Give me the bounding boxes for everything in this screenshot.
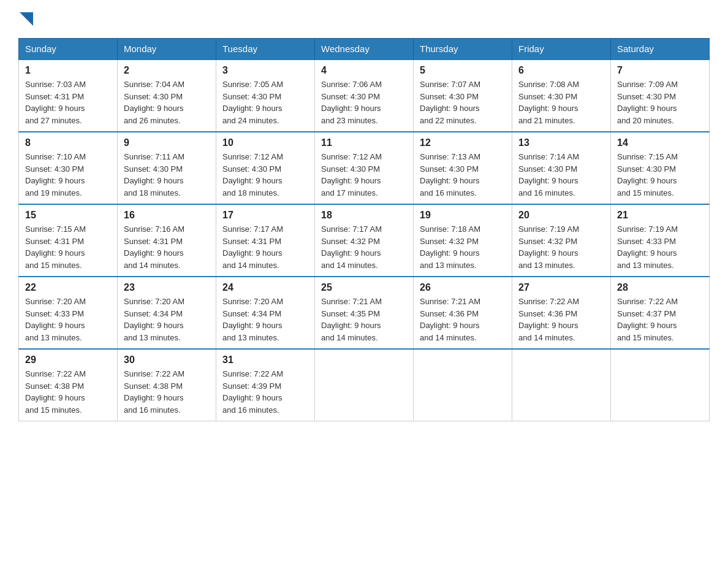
calendar-cell: 10 Sunrise: 7:12 AM Sunset: 4:30 PM Dayl… <box>216 132 315 204</box>
day-info: Sunrise: 7:22 AM Sunset: 4:37 PM Dayligh… <box>617 296 703 343</box>
header-day-sunday: Sunday <box>19 39 118 60</box>
day-number: 13 <box>518 137 604 148</box>
day-info: Sunrise: 7:15 AM Sunset: 4:30 PM Dayligh… <box>617 151 703 199</box>
calendar-cell: 13 Sunrise: 7:14 AM Sunset: 4:30 PM Dayl… <box>512 132 611 204</box>
day-info: Sunrise: 7:12 AM Sunset: 4:30 PM Dayligh… <box>321 151 407 199</box>
week-row-5: 29 Sunrise: 7:22 AM Sunset: 4:38 PM Dayl… <box>19 349 710 421</box>
calendar-cell: 27 Sunrise: 7:22 AM Sunset: 4:36 PM Dayl… <box>512 277 611 349</box>
calendar-cell: 7 Sunrise: 7:09 AM Sunset: 4:30 PM Dayli… <box>611 59 710 132</box>
day-number: 26 <box>420 282 506 293</box>
calendar-cell: 15 Sunrise: 7:15 AM Sunset: 4:31 PM Dayl… <box>19 204 118 277</box>
header-day-wednesday: Wednesday <box>315 39 414 60</box>
calendar-cell <box>512 349 611 421</box>
calendar-cell: 19 Sunrise: 7:18 AM Sunset: 4:32 PM Dayl… <box>414 204 512 277</box>
calendar-cell: 8 Sunrise: 7:10 AM Sunset: 4:30 PM Dayli… <box>19 132 118 204</box>
day-info: Sunrise: 7:15 AM Sunset: 4:31 PM Dayligh… <box>25 223 111 271</box>
day-info: Sunrise: 7:22 AM Sunset: 4:38 PM Dayligh… <box>25 368 111 416</box>
calendar-cell: 12 Sunrise: 7:13 AM Sunset: 4:30 PM Dayl… <box>414 132 512 204</box>
day-number: 17 <box>222 210 308 221</box>
day-number: 3 <box>222 65 308 76</box>
header-day-thursday: Thursday <box>414 39 512 60</box>
svg-marker-0 <box>20 12 33 26</box>
calendar-cell: 2 Sunrise: 7:04 AM Sunset: 4:30 PM Dayli… <box>118 59 216 132</box>
logo-arrow-icon <box>20 12 33 26</box>
day-info: Sunrise: 7:22 AM Sunset: 4:36 PM Dayligh… <box>518 296 604 343</box>
day-number: 2 <box>124 65 210 76</box>
day-number: 25 <box>321 282 407 293</box>
day-number: 28 <box>617 282 703 293</box>
day-number: 29 <box>25 354 111 366</box>
day-number: 15 <box>25 210 111 221</box>
week-row-2: 8 Sunrise: 7:10 AM Sunset: 4:30 PM Dayli… <box>19 132 710 204</box>
day-number: 14 <box>617 137 703 148</box>
calendar-cell <box>315 349 414 421</box>
calendar-cell <box>414 349 512 421</box>
day-number: 11 <box>321 137 407 148</box>
week-row-3: 15 Sunrise: 7:15 AM Sunset: 4:31 PM Dayl… <box>19 204 710 277</box>
day-info: Sunrise: 7:21 AM Sunset: 4:36 PM Dayligh… <box>420 296 506 343</box>
day-number: 7 <box>617 65 703 76</box>
calendar-cell: 4 Sunrise: 7:06 AM Sunset: 4:30 PM Dayli… <box>315 59 414 132</box>
day-info: Sunrise: 7:07 AM Sunset: 4:30 PM Dayligh… <box>420 79 506 126</box>
day-info: Sunrise: 7:08 AM Sunset: 4:30 PM Dayligh… <box>518 79 604 126</box>
day-info: Sunrise: 7:16 AM Sunset: 4:31 PM Dayligh… <box>124 223 210 271</box>
page-header <box>18 12 710 26</box>
calendar-cell: 29 Sunrise: 7:22 AM Sunset: 4:38 PM Dayl… <box>19 349 118 421</box>
day-info: Sunrise: 7:21 AM Sunset: 4:35 PM Dayligh… <box>321 296 407 343</box>
calendar-cell: 28 Sunrise: 7:22 AM Sunset: 4:37 PM Dayl… <box>611 277 710 349</box>
header-row: SundayMondayTuesdayWednesdayThursdayFrid… <box>19 39 710 60</box>
calendar-cell: 21 Sunrise: 7:19 AM Sunset: 4:33 PM Dayl… <box>611 204 710 277</box>
day-info: Sunrise: 7:17 AM Sunset: 4:31 PM Dayligh… <box>222 223 308 271</box>
day-info: Sunrise: 7:03 AM Sunset: 4:31 PM Dayligh… <box>25 79 111 126</box>
day-number: 6 <box>518 65 604 76</box>
day-number: 5 <box>420 65 506 76</box>
day-number: 18 <box>321 210 407 221</box>
day-info: Sunrise: 7:04 AM Sunset: 4:30 PM Dayligh… <box>124 79 210 126</box>
week-row-4: 22 Sunrise: 7:20 AM Sunset: 4:33 PM Dayl… <box>19 277 710 349</box>
day-number: 8 <box>25 137 111 148</box>
calendar-cell: 1 Sunrise: 7:03 AM Sunset: 4:31 PM Dayli… <box>19 59 118 132</box>
day-info: Sunrise: 7:17 AM Sunset: 4:32 PM Dayligh… <box>321 223 407 271</box>
calendar-cell: 16 Sunrise: 7:16 AM Sunset: 4:31 PM Dayl… <box>118 204 216 277</box>
day-info: Sunrise: 7:06 AM Sunset: 4:30 PM Dayligh… <box>321 79 407 126</box>
logo-block <box>18 12 33 26</box>
day-number: 20 <box>518 210 604 221</box>
calendar-cell: 20 Sunrise: 7:19 AM Sunset: 4:32 PM Dayl… <box>512 204 611 277</box>
day-info: Sunrise: 7:19 AM Sunset: 4:32 PM Dayligh… <box>518 223 604 271</box>
day-info: Sunrise: 7:18 AM Sunset: 4:32 PM Dayligh… <box>420 223 506 271</box>
day-number: 10 <box>222 137 308 148</box>
day-info: Sunrise: 7:05 AM Sunset: 4:30 PM Dayligh… <box>222 79 308 126</box>
day-info: Sunrise: 7:11 AM Sunset: 4:30 PM Dayligh… <box>124 151 210 199</box>
calendar-cell: 31 Sunrise: 7:22 AM Sunset: 4:39 PM Dayl… <box>216 349 315 421</box>
calendar-body: 1 Sunrise: 7:03 AM Sunset: 4:31 PM Dayli… <box>19 59 710 421</box>
day-number: 16 <box>124 210 210 221</box>
day-info: Sunrise: 7:22 AM Sunset: 4:38 PM Dayligh… <box>124 368 210 416</box>
day-number: 21 <box>617 210 703 221</box>
day-number: 19 <box>420 210 506 221</box>
day-info: Sunrise: 7:20 AM Sunset: 4:33 PM Dayligh… <box>25 296 111 343</box>
calendar-cell <box>611 349 710 421</box>
day-number: 30 <box>124 354 210 366</box>
header-day-friday: Friday <box>512 39 611 60</box>
day-info: Sunrise: 7:14 AM Sunset: 4:30 PM Dayligh… <box>518 151 604 199</box>
calendar-cell: 11 Sunrise: 7:12 AM Sunset: 4:30 PM Dayl… <box>315 132 414 204</box>
day-number: 27 <box>518 282 604 293</box>
calendar-cell: 30 Sunrise: 7:22 AM Sunset: 4:38 PM Dayl… <box>118 349 216 421</box>
calendar-cell: 14 Sunrise: 7:15 AM Sunset: 4:30 PM Dayl… <box>611 132 710 204</box>
calendar-table: SundayMondayTuesdayWednesdayThursdayFrid… <box>18 38 710 421</box>
calendar-cell: 5 Sunrise: 7:07 AM Sunset: 4:30 PM Dayli… <box>414 59 512 132</box>
day-number: 22 <box>25 282 111 293</box>
header-day-saturday: Saturday <box>611 39 710 60</box>
day-number: 31 <box>222 354 308 366</box>
calendar-cell: 3 Sunrise: 7:05 AM Sunset: 4:30 PM Dayli… <box>216 59 315 132</box>
day-info: Sunrise: 7:10 AM Sunset: 4:30 PM Dayligh… <box>25 151 111 199</box>
day-number: 23 <box>124 282 210 293</box>
header-day-monday: Monday <box>118 39 216 60</box>
calendar-cell: 22 Sunrise: 7:20 AM Sunset: 4:33 PM Dayl… <box>19 277 118 349</box>
day-info: Sunrise: 7:13 AM Sunset: 4:30 PM Dayligh… <box>420 151 506 199</box>
day-number: 12 <box>420 137 506 148</box>
day-number: 4 <box>321 65 407 76</box>
day-info: Sunrise: 7:20 AM Sunset: 4:34 PM Dayligh… <box>124 296 210 343</box>
day-info: Sunrise: 7:19 AM Sunset: 4:33 PM Dayligh… <box>617 223 703 271</box>
day-info: Sunrise: 7:20 AM Sunset: 4:34 PM Dayligh… <box>222 296 308 343</box>
